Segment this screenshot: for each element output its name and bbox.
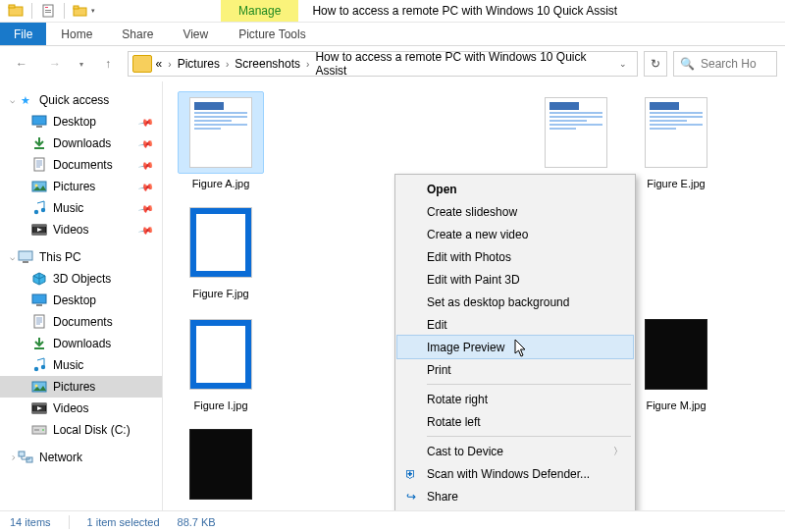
downloads-icon bbox=[31, 336, 47, 351]
tree-item-downloads[interactable]: Downloads📌 bbox=[0, 133, 162, 154]
separator bbox=[69, 515, 70, 529]
address-dropdown-icon[interactable]: ⌄ bbox=[613, 59, 633, 69]
menu-item-create-a-new-video[interactable]: Create a new video bbox=[397, 223, 633, 245]
ribbon-tab-share[interactable]: Share bbox=[107, 23, 168, 45]
tree-item-3d-objects[interactable]: 3D Objects bbox=[0, 268, 162, 290]
tree-item-desktop[interactable]: Desktop📌 bbox=[0, 111, 162, 133]
tree-quick-access[interactable]: ⌵ ★ Quick access bbox=[0, 89, 162, 111]
search-input[interactable]: 🔍 Search Ho bbox=[673, 51, 777, 77]
tree-item-documents[interactable]: Documents📌 bbox=[0, 154, 162, 176]
tree-item-documents[interactable]: Documents bbox=[0, 311, 162, 333]
recent-locations-button[interactable]: ▾ bbox=[75, 51, 88, 77]
breadcrumb-item[interactable]: Screenshots bbox=[235, 57, 300, 71]
menu-item-cast-to-device[interactable]: Cast to Device〉 bbox=[397, 440, 633, 462]
menu-item-share[interactable]: ↪Share bbox=[397, 485, 633, 507]
menu-item-label: Share bbox=[427, 490, 458, 504]
refresh-button[interactable]: ↻ bbox=[644, 51, 667, 77]
tree-item-music[interactable]: Music bbox=[0, 354, 162, 376]
menu-item-set-as-desktop-background[interactable]: Set as desktop background bbox=[397, 291, 633, 313]
chevron-right-icon[interactable]: › bbox=[168, 59, 171, 70]
forward-button[interactable]: → bbox=[41, 51, 69, 77]
menu-item-edit[interactable]: Edit bbox=[397, 313, 633, 336]
file-tile[interactable]: Figure F.jpg bbox=[171, 199, 271, 309]
thumbnail bbox=[178, 91, 264, 174]
collapse-icon[interactable]: ⌵ bbox=[6, 95, 18, 105]
tree-label: Downloads bbox=[53, 136, 111, 150]
file-tile[interactable]: Figure M.jpg bbox=[626, 311, 726, 421]
pictures-icon bbox=[31, 179, 47, 194]
tree-item-local-disk-c-[interactable]: Local Disk (C:) bbox=[0, 419, 162, 441]
new-folder-icon[interactable] bbox=[73, 3, 88, 19]
nav-bar: ← → ▾ ↑ « › Pictures › Screenshots › How… bbox=[0, 46, 785, 81]
tree-label: Pictures bbox=[53, 380, 95, 394]
tree-label: Pictures bbox=[53, 180, 95, 193]
window-title: How to access a remote PC with Windows 1… bbox=[312, 4, 617, 18]
breadcrumb-item[interactable]: How to access a remote PC with Windows 1… bbox=[315, 50, 613, 78]
svg-rect-35 bbox=[19, 452, 25, 456]
menu-item-rotate-left[interactable]: Rotate left bbox=[397, 410, 633, 433]
pin-icon: 📌 bbox=[138, 135, 154, 151]
file-name: Figure F.jpg bbox=[192, 288, 248, 299]
tree-label: Desktop bbox=[53, 293, 96, 307]
svg-rect-19 bbox=[19, 251, 32, 260]
videos-icon bbox=[31, 400, 47, 416]
thumbnail bbox=[533, 91, 619, 174]
tree-section-network: ⌵ Network bbox=[0, 447, 162, 468]
main-area: ⌵ ★ Quick access Desktop📌Downloads📌Docum… bbox=[0, 81, 785, 510]
file-tile[interactable]: Figure N.jpg bbox=[171, 421, 271, 510]
tree-item-videos[interactable]: Videos bbox=[0, 398, 162, 419]
menu-item-create-slideshow[interactable]: Create slideshow bbox=[397, 200, 633, 223]
tree-label: 3D Objects bbox=[53, 272, 111, 286]
up-button[interactable]: ↑ bbox=[94, 51, 122, 77]
tree-item-downloads[interactable]: Downloads bbox=[0, 333, 162, 354]
chevron-right-icon[interactable]: › bbox=[226, 59, 229, 70]
qat-dropdown-icon[interactable]: ▾ bbox=[91, 7, 95, 15]
svg-rect-20 bbox=[23, 261, 28, 263]
tree-label: Desktop bbox=[53, 115, 96, 129]
tree-item-pictures[interactable]: Pictures bbox=[0, 376, 162, 398]
svg-rect-5 bbox=[45, 12, 51, 13]
menu-item-edit-with-paint-3d[interactable]: Edit with Paint 3D bbox=[397, 268, 633, 291]
menu-item-label: Scan with Windows Defender... bbox=[427, 467, 590, 481]
tree-item-music[interactable]: Music📌 bbox=[0, 197, 162, 219]
svg-rect-23 bbox=[34, 315, 44, 328]
ribbon-file-tab[interactable]: File bbox=[0, 23, 46, 45]
menu-item-open-with[interactable]: Open with〉 bbox=[397, 507, 633, 510]
svg-rect-12 bbox=[32, 182, 46, 191]
tree-network[interactable]: ⌵ Network bbox=[0, 447, 162, 468]
menu-item-label: Edit bbox=[427, 318, 447, 332]
svg-point-25 bbox=[34, 367, 38, 371]
breadcrumb-overflow[interactable]: « bbox=[156, 57, 163, 71]
menu-item-scan-with-windows-defender-[interactable]: ⛨Scan with Windows Defender... bbox=[397, 462, 633, 485]
menu-item-label: Rotate left bbox=[427, 415, 481, 429]
ribbon-tab-home[interactable]: Home bbox=[46, 23, 107, 45]
chevron-right-icon[interactable]: › bbox=[306, 59, 309, 70]
file-tile[interactable]: Figure I.jpg bbox=[171, 311, 271, 421]
ribbon-tabs: File Home Share View Picture Tools bbox=[0, 23, 785, 46]
expand-icon[interactable]: ⌵ bbox=[7, 452, 17, 463]
tree-section-this-pc: ⌵ This PC 3D ObjectsDesktopDocumentsDown… bbox=[0, 246, 162, 441]
ribbon-tab-picture-tools[interactable]: Picture Tools bbox=[224, 23, 320, 45]
tree-item-videos[interactable]: Videos📌 bbox=[0, 219, 162, 240]
svg-rect-2 bbox=[43, 5, 53, 17]
collapse-icon[interactable]: ⌵ bbox=[6, 252, 18, 262]
svg-rect-16 bbox=[32, 225, 46, 235]
search-placeholder: Search Ho bbox=[701, 57, 757, 71]
tree-item-desktop[interactable]: Desktop bbox=[0, 290, 162, 311]
tree-item-pictures[interactable]: Pictures📌 bbox=[0, 176, 162, 197]
properties-icon[interactable] bbox=[40, 3, 56, 19]
menu-item-rotate-right[interactable]: Rotate right bbox=[397, 388, 633, 410]
svg-rect-29 bbox=[32, 403, 46, 413]
file-tile[interactable]: Figure E.jpg bbox=[626, 89, 726, 199]
menu-item-open[interactable]: Open bbox=[397, 178, 633, 200]
tree-this-pc[interactable]: ⌵ This PC bbox=[0, 246, 162, 268]
ribbon-tab-view[interactable]: View bbox=[168, 23, 223, 45]
back-button[interactable]: ← bbox=[8, 51, 35, 77]
file-list[interactable]: Figure A.jpgFigure D.jpgFigure E.jpgFigu… bbox=[163, 81, 785, 510]
breadcrumb-item[interactable]: Pictures bbox=[178, 57, 220, 71]
thumbnail bbox=[178, 201, 264, 284]
address-bar[interactable]: « › Pictures › Screenshots › How to acce… bbox=[128, 51, 638, 77]
file-tile[interactable]: Figure A.jpg bbox=[171, 89, 271, 199]
file-name: Figure I.jpg bbox=[193, 399, 247, 411]
menu-item-edit-with-photos[interactable]: Edit with Photos bbox=[397, 245, 633, 268]
